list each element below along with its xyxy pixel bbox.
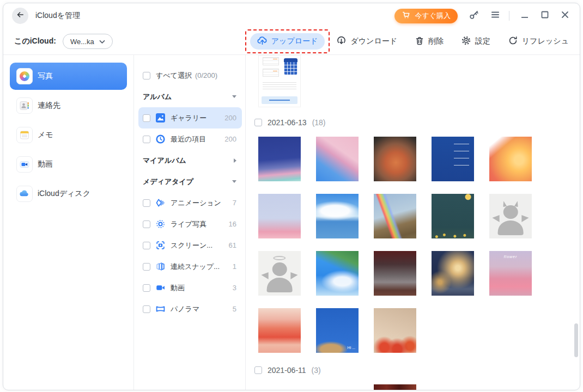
date-group-checkbox[interactable] [254, 119, 262, 126]
photo-strawberry-drinks[interactable] [258, 308, 301, 353]
minimize-button[interactable] [520, 10, 530, 22]
media-type-row-burst[interactable]: 連続スナップ... 1 [143, 256, 245, 277]
titlebar: iCloudを管理 今すぐ購入 [3, 3, 580, 28]
album-count: 200 [224, 135, 236, 143]
videos-checkbox[interactable] [143, 284, 150, 292]
media-type-count: 3 [233, 284, 236, 292]
refresh-label: リフレッシュ [522, 36, 569, 46]
media-type-count: 5 [233, 305, 236, 313]
photo-caption: flower [489, 255, 532, 259]
my-albums-header-label: マイアルバム [143, 156, 186, 166]
screenshots-checkbox[interactable] [143, 242, 150, 249]
delete-button[interactable]: 削除 [415, 36, 444, 47]
photo-fireworks[interactable] [432, 251, 474, 296]
photo-pink-flowers-night-sky[interactable] [258, 137, 301, 181]
my-albums-section-header[interactable]: マイアルバム [143, 150, 245, 171]
photo-caption: Hi ... [348, 346, 355, 350]
account-dropdown[interactable]: We...ka [63, 34, 113, 49]
photo-pink-petals-lavender[interactable] [258, 194, 301, 238]
refresh-button[interactable]: リフレッシュ [508, 35, 569, 47]
media-type-row-screenshots[interactable]: スクリーン... 61 [143, 235, 245, 256]
upload-highlight-box: アップロード [245, 29, 330, 53]
media-types-header-label: メディアタイプ [143, 177, 193, 187]
download-button[interactable]: ダウンロード [336, 35, 397, 47]
buy-now-button[interactable]: 今すぐ購入 [394, 9, 458, 23]
upload-button[interactable]: アップロード [250, 33, 325, 50]
delete-label: 削除 [428, 36, 444, 46]
sidebar-item-photos[interactable]: 写真 [10, 63, 127, 90]
media-type-label: 連続スナップ... [171, 262, 220, 272]
photo-rainbow-over-hill[interactable] [374, 194, 416, 238]
photo-leaves-against-sky[interactable] [316, 251, 359, 296]
sidebar-label: 写真 [38, 71, 53, 81]
date-group-header: 2021-06-13 (18) [254, 118, 580, 127]
media-type-count: 61 [229, 241, 236, 249]
select-all-row[interactable]: すべて選択 (0/200) [143, 65, 245, 86]
document-text-lines [263, 82, 296, 90]
date-label: 2021-06-13 [268, 118, 307, 127]
maximize-button[interactable] [540, 10, 550, 22]
photo-chat-post-screenshot-partial[interactable] [316, 384, 359, 390]
animation-checkbox[interactable] [143, 199, 150, 207]
vertical-scrollbar-thumb[interactable] [574, 323, 578, 357]
sidebar-label: メモ [38, 130, 53, 140]
panorama-checkbox[interactable] [143, 305, 150, 313]
key-icon [469, 9, 479, 22]
photo-white-screenshot-partial[interactable] [258, 384, 301, 390]
sidebar-item-notes[interactable]: メモ [10, 121, 127, 149]
photos-app-icon [16, 68, 33, 84]
photo-person-holding-cat[interactable] [374, 251, 416, 296]
select-all-checkbox[interactable] [143, 72, 150, 79]
this-icloud-label: このiCloud: [14, 36, 56, 46]
photo-cherry-blossom-tree[interactable] [316, 137, 359, 181]
media-type-row-animation[interactable]: アニメーション 7 [143, 192, 245, 213]
license-key-button[interactable] [469, 9, 479, 22]
photo-blue-text-poster[interactable] [432, 137, 474, 181]
photo-corgi-blue-sky[interactable]: Hi ... [316, 308, 359, 353]
photo-dark-red-photo-partial[interactable] [374, 384, 416, 390]
photo-sea-and-clouds[interactable] [316, 194, 359, 238]
gallery-checkbox[interactable] [143, 114, 150, 122]
burst-checkbox[interactable] [143, 263, 150, 271]
media-type-row-panorama[interactable]: パノラマ 5 [143, 298, 245, 320]
live-photos-checkbox[interactable] [143, 220, 150, 228]
settings-button[interactable]: 設定 [461, 35, 490, 47]
photo-orange-daisy[interactable] [489, 137, 532, 181]
sidebar-item-contacts[interactable]: 連絡先 [10, 92, 127, 119]
close-button[interactable] [560, 10, 570, 22]
sidebar-item-videos[interactable]: 動画 [10, 151, 127, 178]
photo-document-screenshot-partial[interactable] [258, 55, 301, 107]
photo-orange-rose[interactable] [374, 137, 416, 181]
media-type-row-live-photos[interactable]: ライブ写真 16 [143, 213, 245, 235]
album-row-gallery[interactable]: ギャラリー 200 [138, 107, 242, 128]
date-group-checkbox[interactable] [254, 366, 262, 374]
menu-button[interactable] [490, 10, 500, 22]
photo-teal-moon-poster[interactable] [432, 194, 474, 238]
photo-red-roses-wall[interactable] [374, 308, 416, 353]
recents-checkbox[interactable] [143, 136, 150, 143]
upload-cloud-icon [257, 35, 268, 47]
album-label: 最近の項目 [171, 134, 206, 144]
app-window: iCloudを管理 今すぐ購入 [3, 3, 580, 390]
media-type-label: パノラマ [171, 304, 199, 314]
albums-section-header[interactable]: アルバム [143, 86, 245, 107]
screenshot-icon [156, 241, 165, 250]
contacts-app-icon [16, 97, 33, 114]
refresh-icon [508, 35, 518, 47]
recents-clock-icon [156, 134, 165, 144]
photo-pink-tulips[interactable]: flower [489, 251, 532, 296]
sidebar-item-icloud-drive[interactable]: iCloudディスク [10, 180, 127, 207]
select-all-count: (0/200) [195, 71, 217, 79]
photo-broken-photo-devil-avatar[interactable] [489, 194, 532, 238]
photo-broken-photo-angel-avatar[interactable] [258, 251, 301, 296]
albums-header-label: アルバム [143, 92, 172, 102]
back-arrow-icon [16, 10, 25, 21]
album-row-recents[interactable]: 最近の項目 200 [143, 128, 245, 150]
media-type-row-videos[interactable]: 動画 3 [143, 277, 245, 298]
back-button[interactable] [12, 8, 28, 24]
document-banner [262, 96, 298, 104]
media-type-label: アニメーション [171, 198, 221, 208]
collapse-arrow-icon [232, 180, 236, 183]
filter-panel: すべて選択 (0/200) アルバム ギャラリー 200 最近の項 [134, 55, 246, 390]
media-types-section-header[interactable]: メディアタイプ [143, 171, 245, 192]
